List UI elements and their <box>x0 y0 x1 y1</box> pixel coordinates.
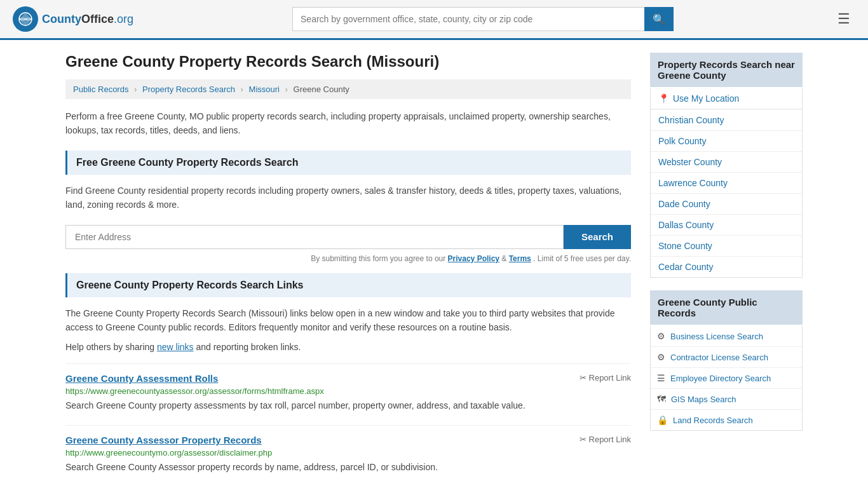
search-submit-button[interactable]: Search <box>564 225 631 249</box>
share-line: Help others by sharing new links and rep… <box>65 342 631 352</box>
breadcrumb-public-records[interactable]: Public Records <box>73 85 128 94</box>
free-search-description: Find Greene County residential property … <box>65 184 631 212</box>
report-link-2[interactable]: ✂ Report Link <box>580 435 631 444</box>
breadcrumb: Public Records › Property Records Search… <box>65 79 631 99</box>
nearby-polk[interactable]: Polk County <box>651 131 802 152</box>
nearby-stone[interactable]: Stone County <box>651 236 802 257</box>
pub-gis-maps[interactable]: 🗺 GIS Maps Search <box>651 389 802 410</box>
nearby-christian[interactable]: Christian County <box>651 110 802 131</box>
link-entry-1: Greene County Assessment Rolls ✂ Report … <box>65 363 631 412</box>
terms-link[interactable]: Terms <box>509 254 531 263</box>
header-search-button[interactable]: 🔍 <box>644 7 674 31</box>
link-desc-1: Search Greene County property assessment… <box>65 399 631 412</box>
main-content: Greene County Property Records Search (M… <box>65 53 631 487</box>
nearby-lawrence-link[interactable]: Lawrence County <box>651 173 802 193</box>
header-search-input[interactable] <box>292 7 644 31</box>
link-entry-header-2: Greene County Assessor Property Records … <box>65 435 631 445</box>
link-entry-2: Greene County Assessor Property Records … <box>65 425 631 474</box>
breadcrumb-property-records[interactable]: Property Records Search <box>142 85 235 94</box>
pub-business-license[interactable]: ⚙ Business License Search <box>651 326 802 347</box>
pub-employee-directory[interactable]: ☰ Employee Directory Search <box>651 368 802 389</box>
nearby-dallas[interactable]: Dallas County <box>651 215 802 236</box>
gis-maps-icon: 🗺 <box>657 394 666 404</box>
public-records-section: Greene County Public Records ⚙ Business … <box>650 290 803 431</box>
address-input[interactable] <box>65 225 564 249</box>
link-url-1[interactable]: https://www.greenecountyassessor.org/ass… <box>65 386 631 396</box>
link-desc-2: Search Greene County Assessor property r… <box>65 461 631 474</box>
free-search-heading: Free Greene County Property Records Sear… <box>65 151 631 175</box>
links-section-description: The Greene County Property Records Searc… <box>65 306 631 335</box>
sidebar: Property Records Search near Greene Coun… <box>650 53 803 487</box>
employee-directory-icon: ☰ <box>657 373 665 383</box>
site-header: CountyOffice.org 🔍 ☰ <box>0 0 868 40</box>
business-license-icon: ⚙ <box>657 331 665 341</box>
gis-maps-link[interactable]: GIS Maps Search <box>671 395 736 404</box>
nearby-section: Property Records Search near Greene Coun… <box>650 53 803 278</box>
use-my-location-link[interactable]: 📍 Use My Location <box>651 88 802 109</box>
report-link-1[interactable]: ✂ Report Link <box>580 373 631 383</box>
header-search-area: 🔍 <box>292 7 674 31</box>
page-description: Perform a free Greene County, MO public … <box>65 109 631 138</box>
pub-land-records[interactable]: 🔒 Land Records Search <box>651 410 802 430</box>
breadcrumb-missouri[interactable]: Missouri <box>249 85 280 94</box>
link-title-1[interactable]: Greene County Assessment Rolls <box>65 373 218 384</box>
location-pin-icon: 📍 <box>658 93 669 104</box>
new-links-link[interactable]: new links <box>157 342 194 352</box>
logo[interactable]: CountyOffice.org <box>13 6 133 32</box>
nearby-webster-link[interactable]: Webster County <box>651 152 802 172</box>
address-search-form: Search <box>65 225 631 249</box>
public-records-title: Greene County Public Records <box>650 290 803 325</box>
nearby-webster[interactable]: Webster County <box>651 152 802 173</box>
nearby-dade[interactable]: Dade County <box>651 194 802 215</box>
link-url-2[interactable]: http://www.greenecountymo.org/assessor/d… <box>65 448 631 458</box>
employee-directory-link[interactable]: Employee Directory Search <box>670 374 771 383</box>
breadcrumb-current: Greene County <box>294 85 349 94</box>
land-records-link[interactable]: Land Records Search <box>673 416 753 425</box>
form-disclaimer: By submitting this form you agree to our… <box>65 254 631 263</box>
nearby-list: 📍 Use My Location Christian County Polk … <box>650 88 803 278</box>
nearby-christian-link[interactable]: Christian County <box>651 110 802 130</box>
links-section-heading: Greene County Property Records Search Li… <box>65 273 631 297</box>
link-entry-header-1: Greene County Assessment Rolls ✂ Report … <box>65 373 631 384</box>
contractor-license-icon: ⚙ <box>657 352 665 362</box>
nearby-cedar[interactable]: Cedar County <box>651 257 802 277</box>
public-records-list: ⚙ Business License Search ⚙ Contractor L… <box>650 326 803 431</box>
privacy-policy-link[interactable]: Privacy Policy <box>448 254 499 263</box>
nearby-dade-link[interactable]: Dade County <box>651 194 802 214</box>
link-title-2[interactable]: Greene County Assessor Property Records <box>65 435 262 445</box>
logo-icon <box>13 6 38 32</box>
land-records-icon: 🔒 <box>657 415 668 425</box>
nearby-lawrence[interactable]: Lawrence County <box>651 173 802 194</box>
nearby-polk-link[interactable]: Polk County <box>651 131 802 151</box>
contractor-license-link[interactable]: Contractor License Search <box>670 353 768 362</box>
pub-contractor-license[interactable]: ⚙ Contractor License Search <box>651 347 802 368</box>
report-icon-1: ✂ <box>580 373 587 383</box>
use-my-location-item[interactable]: 📍 Use My Location <box>651 88 802 110</box>
page-title: Greene County Property Records Search (M… <box>65 53 631 71</box>
report-icon-2: ✂ <box>580 435 587 444</box>
nearby-dallas-link[interactable]: Dallas County <box>651 215 802 235</box>
menu-button[interactable]: ☰ <box>832 8 855 30</box>
logo-name: CountyOffice.org <box>42 13 133 26</box>
nearby-title: Property Records Search near Greene Coun… <box>650 53 803 87</box>
main-container: Greene County Property Records Search (M… <box>53 40 815 488</box>
nearby-cedar-link[interactable]: Cedar County <box>651 257 802 277</box>
business-license-link[interactable]: Business License Search <box>670 332 763 341</box>
nearby-stone-link[interactable]: Stone County <box>651 236 802 256</box>
